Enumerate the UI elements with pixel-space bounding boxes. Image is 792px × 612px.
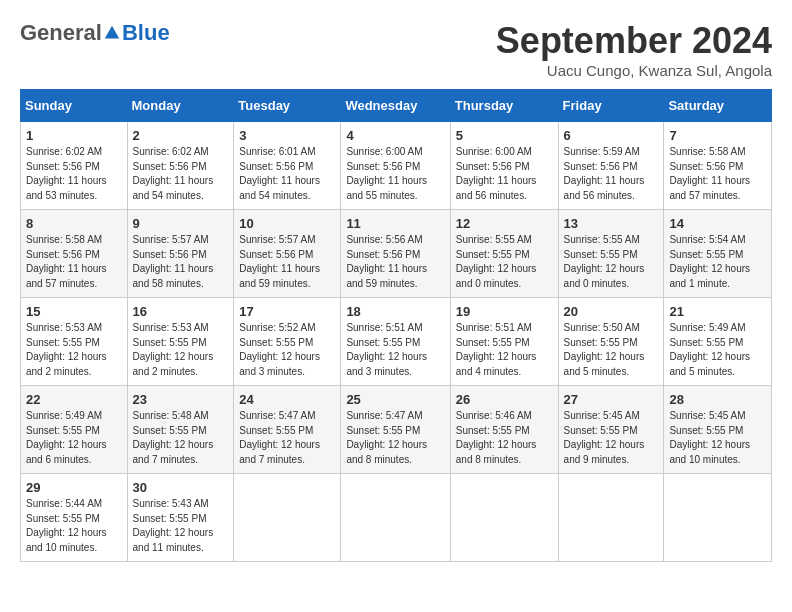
logo-icon <box>103 24 121 42</box>
month-title: September 2024 <box>496 20 772 62</box>
logo-blue: Blue <box>122 20 170 46</box>
day-info: Sunrise: 5:49 AMSunset: 5:55 PMDaylight:… <box>669 321 766 379</box>
calendar-cell: 22Sunrise: 5:49 AMSunset: 5:55 PMDayligh… <box>21 386 128 474</box>
calendar-cell <box>664 474 772 562</box>
calendar-cell: 15Sunrise: 5:53 AMSunset: 5:55 PMDayligh… <box>21 298 128 386</box>
day-number: 16 <box>133 304 229 319</box>
day-info: Sunrise: 5:58 AMSunset: 5:56 PMDaylight:… <box>26 233 122 291</box>
day-number: 3 <box>239 128 335 143</box>
day-info: Sunrise: 5:54 AMSunset: 5:55 PMDaylight:… <box>669 233 766 291</box>
day-info: Sunrise: 5:55 AMSunset: 5:55 PMDaylight:… <box>456 233 553 291</box>
calendar-cell: 6Sunrise: 5:59 AMSunset: 5:56 PMDaylight… <box>558 122 664 210</box>
calendar-cell: 26Sunrise: 5:46 AMSunset: 5:55 PMDayligh… <box>450 386 558 474</box>
day-info: Sunrise: 5:49 AMSunset: 5:55 PMDaylight:… <box>26 409 122 467</box>
day-number: 5 <box>456 128 553 143</box>
calendar-week-row: 8Sunrise: 5:58 AMSunset: 5:56 PMDaylight… <box>21 210 772 298</box>
day-info: Sunrise: 5:45 AMSunset: 5:55 PMDaylight:… <box>669 409 766 467</box>
day-of-week-header: Sunday <box>21 90 128 122</box>
calendar-cell: 12Sunrise: 5:55 AMSunset: 5:55 PMDayligh… <box>450 210 558 298</box>
day-info: Sunrise: 5:44 AMSunset: 5:55 PMDaylight:… <box>26 497 122 555</box>
day-of-week-header: Tuesday <box>234 90 341 122</box>
day-number: 4 <box>346 128 444 143</box>
day-number: 14 <box>669 216 766 231</box>
calendar-cell: 10Sunrise: 5:57 AMSunset: 5:56 PMDayligh… <box>234 210 341 298</box>
day-info: Sunrise: 5:53 AMSunset: 5:55 PMDaylight:… <box>133 321 229 379</box>
day-info: Sunrise: 6:02 AMSunset: 5:56 PMDaylight:… <box>133 145 229 203</box>
day-number: 8 <box>26 216 122 231</box>
day-info: Sunrise: 6:00 AMSunset: 5:56 PMDaylight:… <box>456 145 553 203</box>
day-number: 18 <box>346 304 444 319</box>
day-number: 9 <box>133 216 229 231</box>
day-number: 6 <box>564 128 659 143</box>
day-info: Sunrise: 5:52 AMSunset: 5:55 PMDaylight:… <box>239 321 335 379</box>
day-number: 27 <box>564 392 659 407</box>
day-info: Sunrise: 5:47 AMSunset: 5:55 PMDaylight:… <box>239 409 335 467</box>
day-number: 25 <box>346 392 444 407</box>
calendar-cell: 7Sunrise: 5:58 AMSunset: 5:56 PMDaylight… <box>664 122 772 210</box>
calendar-week-row: 22Sunrise: 5:49 AMSunset: 5:55 PMDayligh… <box>21 386 772 474</box>
calendar-cell: 5Sunrise: 6:00 AMSunset: 5:56 PMDaylight… <box>450 122 558 210</box>
day-info: Sunrise: 5:56 AMSunset: 5:56 PMDaylight:… <box>346 233 444 291</box>
day-number: 20 <box>564 304 659 319</box>
day-number: 22 <box>26 392 122 407</box>
calendar-cell <box>450 474 558 562</box>
day-of-week-header: Wednesday <box>341 90 450 122</box>
day-number: 10 <box>239 216 335 231</box>
day-info: Sunrise: 5:50 AMSunset: 5:55 PMDaylight:… <box>564 321 659 379</box>
day-number: 26 <box>456 392 553 407</box>
day-number: 17 <box>239 304 335 319</box>
logo-general: General <box>20 20 102 46</box>
calendar-week-row: 1Sunrise: 6:02 AMSunset: 5:56 PMDaylight… <box>21 122 772 210</box>
day-info: Sunrise: 5:58 AMSunset: 5:56 PMDaylight:… <box>669 145 766 203</box>
day-of-week-header: Friday <box>558 90 664 122</box>
day-of-week-header: Monday <box>127 90 234 122</box>
day-number: 7 <box>669 128 766 143</box>
day-number: 28 <box>669 392 766 407</box>
calendar-week-row: 29Sunrise: 5:44 AMSunset: 5:55 PMDayligh… <box>21 474 772 562</box>
day-number: 2 <box>133 128 229 143</box>
day-info: Sunrise: 5:57 AMSunset: 5:56 PMDaylight:… <box>239 233 335 291</box>
day-info: Sunrise: 6:00 AMSunset: 5:56 PMDaylight:… <box>346 145 444 203</box>
calendar-cell: 16Sunrise: 5:53 AMSunset: 5:55 PMDayligh… <box>127 298 234 386</box>
calendar-cell: 19Sunrise: 5:51 AMSunset: 5:55 PMDayligh… <box>450 298 558 386</box>
day-info: Sunrise: 5:51 AMSunset: 5:55 PMDaylight:… <box>456 321 553 379</box>
day-info: Sunrise: 5:48 AMSunset: 5:55 PMDaylight:… <box>133 409 229 467</box>
day-info: Sunrise: 5:53 AMSunset: 5:55 PMDaylight:… <box>26 321 122 379</box>
svg-marker-0 <box>105 26 119 39</box>
calendar-cell <box>234 474 341 562</box>
day-number: 19 <box>456 304 553 319</box>
logo: General Blue <box>20 20 170 46</box>
day-info: Sunrise: 6:01 AMSunset: 5:56 PMDaylight:… <box>239 145 335 203</box>
day-info: Sunrise: 5:51 AMSunset: 5:55 PMDaylight:… <box>346 321 444 379</box>
calendar-table: SundayMondayTuesdayWednesdayThursdayFrid… <box>20 89 772 562</box>
calendar-cell: 14Sunrise: 5:54 AMSunset: 5:55 PMDayligh… <box>664 210 772 298</box>
calendar-cell: 4Sunrise: 6:00 AMSunset: 5:56 PMDaylight… <box>341 122 450 210</box>
title-block: September 2024 Uacu Cungo, Kwanza Sul, A… <box>496 20 772 79</box>
calendar-cell: 29Sunrise: 5:44 AMSunset: 5:55 PMDayligh… <box>21 474 128 562</box>
calendar-cell <box>558 474 664 562</box>
calendar-cell: 30Sunrise: 5:43 AMSunset: 5:55 PMDayligh… <box>127 474 234 562</box>
location: Uacu Cungo, Kwanza Sul, Angola <box>496 62 772 79</box>
day-number: 1 <box>26 128 122 143</box>
day-number: 21 <box>669 304 766 319</box>
calendar-cell: 27Sunrise: 5:45 AMSunset: 5:55 PMDayligh… <box>558 386 664 474</box>
calendar-cell: 3Sunrise: 6:01 AMSunset: 5:56 PMDaylight… <box>234 122 341 210</box>
day-number: 29 <box>26 480 122 495</box>
calendar-cell: 9Sunrise: 5:57 AMSunset: 5:56 PMDaylight… <box>127 210 234 298</box>
calendar-cell: 25Sunrise: 5:47 AMSunset: 5:55 PMDayligh… <box>341 386 450 474</box>
calendar-cell <box>341 474 450 562</box>
day-of-week-header: Thursday <box>450 90 558 122</box>
day-number: 13 <box>564 216 659 231</box>
calendar-cell: 20Sunrise: 5:50 AMSunset: 5:55 PMDayligh… <box>558 298 664 386</box>
calendar-cell: 17Sunrise: 5:52 AMSunset: 5:55 PMDayligh… <box>234 298 341 386</box>
calendar-cell: 18Sunrise: 5:51 AMSunset: 5:55 PMDayligh… <box>341 298 450 386</box>
calendar-cell: 1Sunrise: 6:02 AMSunset: 5:56 PMDaylight… <box>21 122 128 210</box>
day-number: 23 <box>133 392 229 407</box>
day-info: Sunrise: 5:57 AMSunset: 5:56 PMDaylight:… <box>133 233 229 291</box>
calendar-cell: 28Sunrise: 5:45 AMSunset: 5:55 PMDayligh… <box>664 386 772 474</box>
calendar-cell: 23Sunrise: 5:48 AMSunset: 5:55 PMDayligh… <box>127 386 234 474</box>
calendar-cell: 21Sunrise: 5:49 AMSunset: 5:55 PMDayligh… <box>664 298 772 386</box>
day-info: Sunrise: 6:02 AMSunset: 5:56 PMDaylight:… <box>26 145 122 203</box>
calendar-header: SundayMondayTuesdayWednesdayThursdayFrid… <box>21 90 772 122</box>
calendar-cell: 24Sunrise: 5:47 AMSunset: 5:55 PMDayligh… <box>234 386 341 474</box>
